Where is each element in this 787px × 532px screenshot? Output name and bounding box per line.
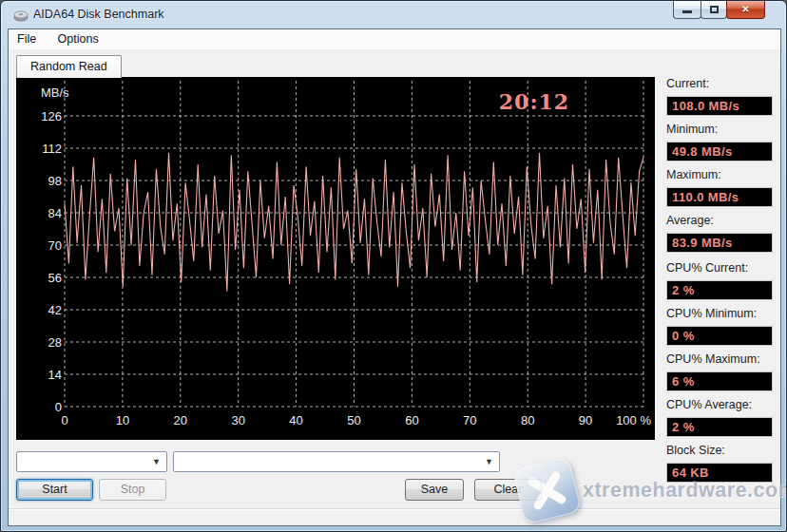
stat-maximum: Maximum: 110.0 MB/s xyxy=(666,168,773,207)
svg-text:90: 90 xyxy=(579,413,592,428)
svg-text:0: 0 xyxy=(61,413,67,428)
stat-block-size: Block Size: 64 KB xyxy=(666,444,773,483)
stat-value: 108.0 MB/s xyxy=(666,96,773,116)
disk-drive-select[interactable]: Disk Drive #2 [PHD 3.0 Silicon-Power] (9… xyxy=(173,451,500,472)
stat-label: Minimum: xyxy=(666,123,773,138)
window-title: AIDA64 Disk Benchmark xyxy=(33,8,164,21)
svg-text:MB/s: MB/s xyxy=(41,86,69,100)
disk-icon xyxy=(13,8,29,23)
svg-text:126: 126 xyxy=(41,109,62,124)
menu-file[interactable]: File xyxy=(9,29,45,48)
svg-text:70: 70 xyxy=(48,238,62,253)
menu-bar: File Options xyxy=(9,29,780,50)
svg-text:56: 56 xyxy=(48,271,62,285)
stat-label: CPU% Current: xyxy=(666,261,773,276)
stat-label: CPU% Average: xyxy=(666,398,773,413)
stat-cpu-current: CPU% Current: 2 % xyxy=(666,261,773,300)
watermark-text: xtremehardware.com xyxy=(583,479,787,503)
svg-text:80: 80 xyxy=(521,413,534,428)
tab-random-read[interactable]: Random Read xyxy=(16,55,122,78)
minimize-icon xyxy=(682,10,692,13)
svg-text:84: 84 xyxy=(48,206,62,220)
benchmark-type-select[interactable]: Random Read ▼ xyxy=(16,451,167,472)
stat-value: 2 % xyxy=(666,417,773,437)
stat-label: CPU% Maximum: xyxy=(666,352,773,368)
svg-text:14: 14 xyxy=(48,368,62,382)
svg-text:0: 0 xyxy=(55,400,62,414)
close-icon: ✕ xyxy=(741,4,749,14)
svg-text:70: 70 xyxy=(463,413,476,428)
stat-cpu-minimum: CPU% Minimum: 0 % xyxy=(666,307,773,346)
stat-value: 0 % xyxy=(666,326,773,346)
benchmark-chart: 1261129884705642281400102030405060708090… xyxy=(16,77,655,440)
stat-value: 110.0 MB/s xyxy=(666,187,773,207)
maximize-button[interactable] xyxy=(701,1,727,19)
menu-options[interactable]: Options xyxy=(49,29,107,48)
stat-value: 6 % xyxy=(666,371,773,391)
start-button[interactable]: Start xyxy=(16,479,93,501)
stat-cpu-maximum: CPU% Maximum: 6 % xyxy=(666,352,773,391)
stat-label: Block Size: xyxy=(666,444,773,459)
stat-average: Average: 83.9 MB/s xyxy=(666,214,773,253)
window-controls: ✕ xyxy=(674,1,765,19)
stat-minimum: Minimum: 49.8 MB/s xyxy=(666,123,773,162)
chevron-down-icon: ▼ xyxy=(152,452,161,471)
stat-label: Current: xyxy=(666,77,773,92)
stat-cpu-average: CPU% Average: 2 % xyxy=(666,398,773,437)
svg-text:60: 60 xyxy=(405,413,418,428)
minimize-button[interactable] xyxy=(673,1,701,19)
stat-label: Average: xyxy=(666,214,773,229)
stat-value: 2 % xyxy=(666,280,773,300)
status-separator xyxy=(9,508,780,510)
svg-text:30: 30 xyxy=(231,413,244,428)
maximize-icon xyxy=(710,6,719,13)
save-button[interactable]: Save xyxy=(405,479,464,501)
svg-text:100 %: 100 % xyxy=(616,413,651,428)
stat-value: 49.8 MB/s xyxy=(666,142,773,162)
stat-label: CPU% Minimum: xyxy=(666,307,773,322)
svg-text:40: 40 xyxy=(289,413,302,428)
svg-text:20:12: 20:12 xyxy=(499,89,569,114)
svg-text:20: 20 xyxy=(174,413,187,428)
title-bar[interactable]: AIDA64 Disk Benchmark ✕ xyxy=(1,1,786,28)
benchmark-chart-svg: 1261129884705642281400102030405060708090… xyxy=(16,77,655,440)
logo-x-stroke xyxy=(532,470,562,511)
svg-text:10: 10 xyxy=(116,413,129,428)
chevron-down-icon: ▼ xyxy=(485,452,493,471)
stop-button[interactable]: Stop xyxy=(99,479,166,501)
svg-text:42: 42 xyxy=(48,303,62,317)
stat-label: Maximum: xyxy=(666,168,773,183)
svg-text:50: 50 xyxy=(347,413,360,428)
app-window: AIDA64 Disk Benchmark ✕ File Options Ran… xyxy=(0,0,787,532)
stat-current: Current: 108.0 MB/s xyxy=(666,77,773,116)
svg-text:112: 112 xyxy=(42,142,62,156)
svg-text:28: 28 xyxy=(48,335,62,350)
svg-text:98: 98 xyxy=(48,174,62,188)
stats-panel: Current: 108.0 MB/s Minimum: 49.8 MB/s M… xyxy=(666,77,773,489)
close-button[interactable]: ✕ xyxy=(726,1,765,19)
stat-value: 83.9 MB/s xyxy=(666,233,773,253)
